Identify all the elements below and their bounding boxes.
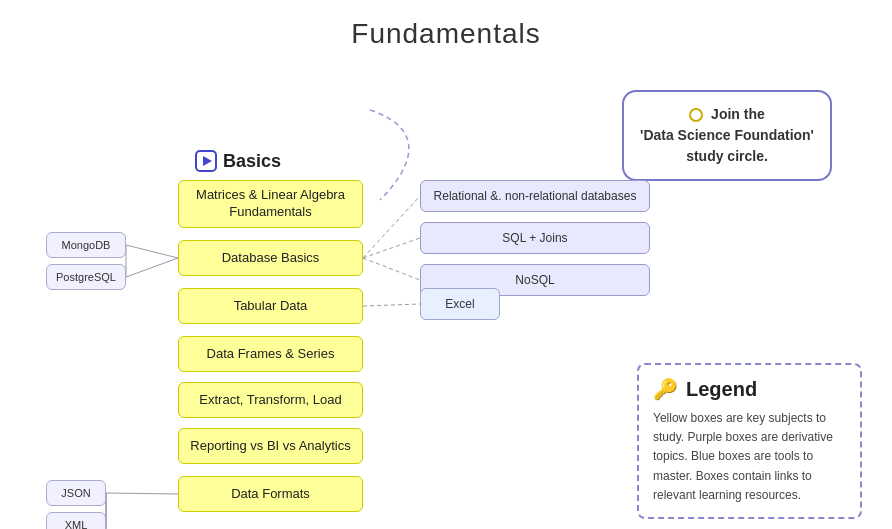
gray-box-json[interactable]: JSON	[46, 480, 106, 506]
svg-line-5	[126, 258, 178, 277]
svg-line-1	[363, 238, 420, 258]
page-title: Fundamentals	[0, 0, 892, 50]
gray-box-mongodb[interactable]: MongoDB	[46, 232, 126, 258]
svg-line-4	[126, 245, 178, 258]
legend-text: Yellow boxes are key subjects to study. …	[653, 409, 846, 505]
purple-box-sql[interactable]: SQL + Joins	[420, 222, 650, 254]
yellow-box-database-basics[interactable]: Database Basics	[178, 240, 363, 276]
svg-line-3	[363, 304, 420, 306]
study-circle-box[interactable]: Join the 'Data Science Foundation' study…	[622, 90, 832, 181]
svg-line-2	[363, 258, 420, 280]
purple-box-relational[interactable]: Relational &. non-relational databases	[420, 180, 650, 212]
yellow-box-tabular-data[interactable]: Tabular Data	[178, 288, 363, 324]
circle-icon	[689, 108, 703, 122]
yellow-box-etl[interactable]: Extract, Transform, Load	[178, 382, 363, 418]
yellow-box-reporting[interactable]: Reporting vs BI vs Analytics	[178, 428, 363, 464]
legend-box: 🔑 Legend Yellow boxes are key subjects t…	[637, 363, 862, 519]
gray-box-xml[interactable]: XML	[46, 512, 106, 529]
svg-marker-12	[203, 156, 212, 166]
legend-title: 🔑 Legend	[653, 377, 846, 401]
main-container: Basics Join the 'Data Science Foundation…	[0, 80, 892, 529]
blue-box-excel[interactable]: Excel	[420, 288, 500, 320]
svg-line-7	[106, 493, 178, 494]
play-icon	[195, 150, 217, 172]
yellow-box-matrices[interactable]: Matrices & Linear Algebra Fundamentals	[178, 180, 363, 228]
svg-line-0	[363, 196, 420, 258]
yellow-box-data-formats[interactable]: Data Formats	[178, 476, 363, 512]
yellow-box-data-frames[interactable]: Data Frames & Series	[178, 336, 363, 372]
key-icon: 🔑	[653, 377, 678, 401]
basics-section-label: Basics	[195, 150, 281, 172]
gray-box-postgresql[interactable]: PostgreSQL	[46, 264, 126, 290]
